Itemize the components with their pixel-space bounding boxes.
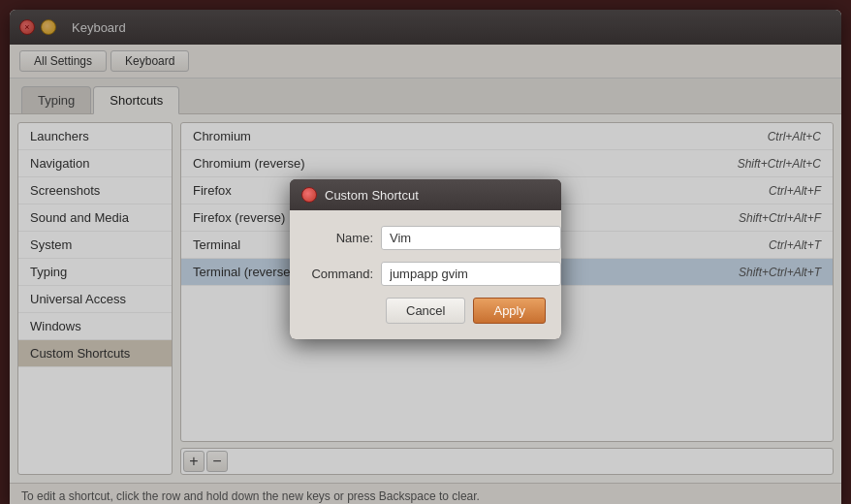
keyboard-window: × Keyboard All Settings Keyboard Typing … <box>10 10 841 504</box>
command-input[interactable] <box>381 262 561 286</box>
custom-shortcut-dialog: Custom Shortcut Name: Command: Cancel Ap… <box>290 179 561 339</box>
modal-title: Custom Shortcut <box>325 188 419 203</box>
modal-body: Name: Command: Cancel Apply <box>290 210 561 339</box>
modal-titlebar: Custom Shortcut <box>290 179 561 210</box>
cancel-button[interactable]: Cancel <box>386 298 465 324</box>
name-label: Name: <box>305 231 373 245</box>
apply-button[interactable]: Apply <box>473 298 546 324</box>
modal-buttons: Cancel Apply <box>305 298 546 324</box>
name-field-row: Name: <box>305 226 546 250</box>
modal-overlay: Custom Shortcut Name: Command: Cancel Ap… <box>10 10 841 504</box>
name-input[interactable] <box>381 226 561 250</box>
command-label: Command: <box>305 267 373 281</box>
modal-close-button[interactable] <box>301 187 317 203</box>
command-field-row: Command: <box>305 262 546 286</box>
